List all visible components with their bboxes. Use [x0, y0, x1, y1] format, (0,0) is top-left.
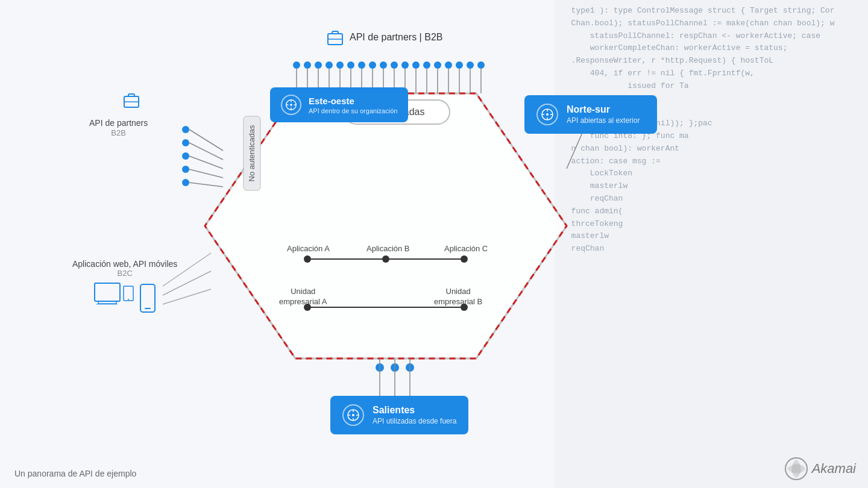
svg-point-8: [358, 61, 365, 69]
svg-point-7: [347, 61, 354, 69]
svg-line-46: [189, 169, 223, 178]
salientes-box: Salientes API utilizadas desde fuera: [330, 396, 468, 434]
app-b-text: Aplicación B: [366, 244, 410, 253]
svg-point-12: [401, 61, 409, 69]
svg-rect-89: [124, 286, 133, 301]
este-oeste-subtitle: API dentro de su organización: [309, 107, 397, 114]
biz-unit-b-text: Unidadempresarial B: [434, 287, 482, 306]
svg-point-51: [461, 255, 468, 263]
app-a-text: Aplicación A: [287, 244, 330, 253]
svg-line-47: [189, 183, 223, 187]
app-c-label: Aplicación C: [444, 244, 488, 253]
akamai-text: Akamai: [812, 461, 856, 477]
no-autenticadas-label: No autenticadas: [243, 116, 260, 191]
computer-icon: [93, 280, 136, 313]
svg-point-13: [412, 61, 420, 69]
akamai-logo: Akamai: [784, 457, 856, 481]
svg-point-58: [391, 363, 399, 372]
svg-point-40: [182, 152, 189, 160]
biz-unit-b-label: Unidadempresarial B: [434, 287, 482, 307]
app-b-label: Aplicación B: [366, 244, 410, 253]
svg-point-10: [380, 61, 387, 69]
svg-point-16: [445, 61, 452, 69]
b2c-label: Aplicación web, API móviles B2C: [72, 259, 177, 278]
svg-point-57: [376, 363, 384, 372]
api-partners-label: API de partners: [89, 117, 148, 128]
footer-label: Un panorama de API de ejemplo: [14, 469, 136, 478]
svg-line-43: [189, 130, 223, 151]
norte-sur-box: Norte-sur API abiertas al exterior: [524, 95, 657, 134]
akamai-logo-icon: [784, 457, 808, 481]
b2c-sub-label: B2C: [72, 269, 177, 278]
top-api-text: API de partners | B2B: [350, 32, 442, 43]
top-api-label: API de partners | B2B: [326, 29, 442, 46]
app-a-label: Aplicación A: [287, 244, 330, 253]
briefcase-icon: [326, 29, 345, 46]
svg-line-44: [189, 143, 223, 160]
svg-point-17: [456, 61, 463, 69]
no-autenticadas-text: No autenticadas: [247, 125, 256, 182]
svg-point-3: [304, 61, 311, 69]
biz-unit-a-label: Unidadempresarial A: [279, 287, 327, 307]
svg-line-45: [189, 156, 223, 169]
svg-rect-86: [95, 283, 120, 301]
svg-point-11: [391, 61, 398, 69]
app-c-text: Aplicación C: [444, 244, 488, 253]
footer-text: Un panorama de API de ejemplo: [14, 469, 136, 478]
svg-point-4: [315, 61, 322, 69]
svg-point-14: [423, 61, 430, 69]
este-oeste-box: Este-oeste API dentro de su organización: [270, 87, 408, 122]
salientes-compass-icon: [342, 404, 364, 426]
svg-point-94: [352, 414, 354, 416]
mobile-icon: [139, 283, 156, 313]
svg-point-73: [546, 113, 549, 116]
svg-point-6: [336, 61, 344, 69]
svg-point-42: [182, 179, 189, 186]
main-content: API de partners | B2B Autenticadas Norte…: [0, 0, 868, 488]
api-partners-left: API de partners B2B: [89, 117, 148, 137]
svg-line-68: [163, 289, 211, 304]
salientes-subtitle: API utilizadas desde fuera: [373, 417, 456, 425]
b2b-briefcase-icon: [122, 92, 141, 111]
norte-sur-title: Norte-sur: [567, 104, 640, 115]
svg-point-81: [290, 104, 292, 106]
svg-point-50: [382, 255, 389, 263]
b2c-main-label: Aplicación web, API móviles: [72, 259, 177, 269]
salientes-title: Salientes: [373, 405, 456, 416]
svg-point-59: [406, 363, 414, 372]
api-partners-sublabel: B2B: [89, 128, 148, 137]
svg-point-41: [182, 166, 189, 173]
svg-point-38: [182, 126, 189, 133]
este-oeste-compass-icon: [281, 95, 301, 115]
svg-rect-88: [96, 304, 118, 305]
este-oeste-title: Este-oeste: [309, 96, 397, 106]
svg-point-49: [304, 255, 311, 263]
norte-sur-compass-icon: [536, 104, 558, 125]
svg-point-18: [467, 61, 474, 69]
svg-point-2: [293, 61, 300, 69]
svg-point-39: [182, 139, 189, 146]
biz-unit-a-text: Unidadempresarial A: [279, 287, 327, 306]
svg-point-19: [477, 61, 485, 69]
device-icons: [93, 280, 156, 313]
svg-point-5: [326, 61, 333, 69]
svg-rect-87: [98, 301, 116, 304]
norte-sur-subtitle: API abiertas al exterior: [567, 116, 640, 125]
svg-point-15: [434, 61, 441, 69]
svg-point-9: [369, 61, 376, 69]
